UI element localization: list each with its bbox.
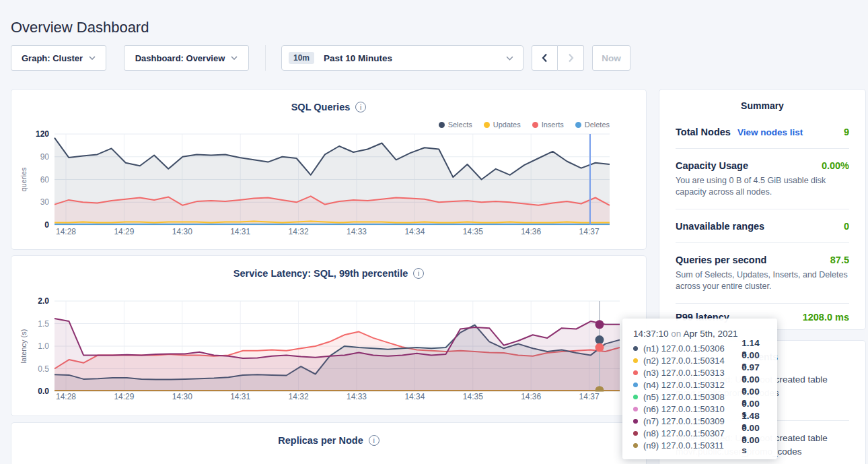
summary-row: Capacity Usage0.00%You are using 0 B of …	[676, 149, 849, 209]
chevron-down-icon	[506, 56, 513, 61]
svg-text:0.0: 0.0	[38, 387, 49, 396]
summary-row: Queries per second87.5Sum of Selects, Up…	[676, 243, 849, 304]
chart-tooltip: 14:37:10 on Apr 5th, 2021 (n1) 127.0.0.1…	[622, 319, 777, 459]
node-address: (n3) 127.0.0.1:50313	[643, 368, 742, 378]
svg-text:latency (s): latency (s)	[20, 329, 28, 364]
chevron-right-icon	[568, 53, 574, 63]
node-color-dot	[633, 443, 638, 448]
svg-text:14:35: 14:35	[463, 227, 483, 236]
summary-value: 9	[844, 127, 849, 137]
now-button[interactable]: Now	[592, 45, 630, 71]
svg-text:1.5: 1.5	[38, 319, 49, 329]
time-prev-button[interactable]	[532, 45, 558, 71]
toolbar-divider	[265, 45, 266, 71]
dashboard-dropdown-label: Dashboard: Overview	[135, 53, 225, 63]
summary-row-head: Unavailable ranges0	[676, 221, 849, 232]
chart-title-text: SQL Queries	[291, 102, 351, 112]
chart-title-text: Service Latency: SQL, 99th percentile	[233, 268, 408, 279]
tooltip-node-row: (n9) 127.0.0.1:503110.00 s	[633, 439, 766, 451]
summary-label: Capacity Usage	[676, 160, 748, 171]
svg-text:1.0: 1.0	[38, 341, 49, 351]
info-icon[interactable]: i	[355, 102, 366, 112]
node-latency-value: 0.00 s	[742, 435, 766, 455]
node-address: (n9) 127.0.0.1:50311	[643, 440, 742, 451]
svg-text:14:33: 14:33	[347, 392, 367, 401]
node-address: (n4) 127.0.0.1:50312	[643, 380, 742, 390]
svg-text:14:35: 14:35	[463, 392, 483, 401]
time-range-selector[interactable]: 10m Past 10 Minutes	[281, 45, 523, 71]
svg-text:14:34: 14:34	[404, 227, 425, 236]
page-title: Overview Dashboard	[11, 19, 149, 36]
svg-text:14:32: 14:32	[289, 392, 309, 401]
time-range-label: Past 10 Minutes	[324, 53, 392, 63]
svg-text:14:36: 14:36	[521, 392, 541, 401]
svg-text:60: 60	[40, 175, 50, 185]
sql-queries-chart-title: SQL Queries i	[11, 90, 646, 112]
node-address: (n6) 127.0.0.1:50310	[643, 404, 742, 414]
summary-label: Queries per second	[676, 255, 766, 265]
summary-label: Unavailable ranges	[676, 221, 764, 232]
summary-row: Total NodesView nodes list9	[676, 115, 849, 149]
time-range-badge: 10m	[289, 52, 314, 64]
summary-panel: Summary Total NodesView nodes list9Capac…	[659, 89, 866, 330]
node-address: (n5) 127.0.0.1:50308	[643, 392, 742, 402]
summary-value: 1208.0 ms	[803, 312, 849, 323]
node-address: (n8) 127.0.0.1:50307	[643, 428, 742, 438]
info-icon[interactable]: i	[413, 268, 424, 279]
node-address: (n7) 127.0.0.1:50309	[643, 416, 742, 426]
svg-text:0.5: 0.5	[38, 364, 49, 374]
service-latency-card: Service Latency: SQL, 99th percentile i …	[11, 255, 647, 416]
chart-title-text: Replicas per Node	[278, 435, 363, 446]
node-color-dot	[633, 431, 638, 436]
svg-text:14:29: 14:29	[114, 227, 134, 236]
svg-text:14:28: 14:28	[56, 227, 76, 236]
svg-text:14:29: 14:29	[114, 392, 134, 401]
svg-text:30: 30	[40, 197, 50, 207]
svg-text:14:34: 14:34	[404, 392, 425, 401]
summary-value: 0	[844, 221, 849, 232]
tooltip-timestamp: 14:37:10 on Apr 5th, 2021	[633, 329, 766, 339]
svg-text:14:36: 14:36	[521, 227, 541, 236]
summary-heading: Summary	[659, 90, 865, 111]
summary-description: Sum of Selects, Updates, Inserts, and De…	[676, 269, 849, 292]
svg-text:90: 90	[40, 152, 50, 162]
summary-row: Unavailable ranges0	[676, 209, 849, 243]
svg-text:14:37: 14:37	[579, 227, 600, 236]
node-color-dot	[633, 419, 638, 424]
service-latency-chart[interactable]: 14:2814:2914:3014:3114:3214:3314:3414:35…	[11, 294, 647, 412]
svg-text:14:30: 14:30	[172, 227, 192, 236]
svg-text:14:30: 14:30	[172, 392, 192, 401]
service-latency-chart-title: Service Latency: SQL, 99th percentile i	[11, 256, 646, 279]
svg-text:0: 0	[44, 220, 49, 230]
svg-text:14:33: 14:33	[347, 227, 367, 236]
info-icon[interactable]: i	[369, 435, 379, 446]
time-nav-buttons	[532, 45, 584, 71]
overview-dashboard-page: { "page": { "title": "Overview Dashboard…	[0, 0, 868, 464]
svg-text:14:31: 14:31	[230, 227, 250, 236]
chevron-left-icon	[542, 53, 548, 63]
sql-queries-chart[interactable]: 14:2814:2914:3014:3114:3214:3314:3414:35…	[11, 127, 647, 246]
graph-dropdown-label: Graph: Cluster	[22, 53, 83, 63]
svg-text:14:37: 14:37	[579, 392, 600, 401]
dashboard-dropdown[interactable]: Dashboard: Overview	[124, 45, 249, 71]
replicas-chart-title: Replicas per Node i	[11, 423, 646, 446]
svg-text:14:31: 14:31	[230, 392, 250, 401]
svg-text:2.0: 2.0	[38, 296, 49, 306]
sql-queries-card: SQL Queries i SelectsUpdatesInsertsDelet…	[11, 89, 647, 250]
svg-text:14:28: 14:28	[56, 392, 76, 401]
node-color-dot	[633, 383, 638, 387]
svg-text:120: 120	[36, 129, 49, 139]
node-color-dot	[633, 395, 638, 399]
time-next-button[interactable]	[558, 45, 584, 71]
graph-dropdown[interactable]: Graph: Cluster	[11, 45, 106, 71]
node-address: (n2) 127.0.0.1:50314	[643, 356, 742, 366]
node-color-dot	[633, 370, 638, 375]
node-color-dot	[633, 346, 638, 351]
node-address: (n1) 127.0.0.1:50306	[643, 343, 742, 354]
summary-value: 0.00%	[822, 160, 849, 171]
summary-description: You are using 0 B of 4.5 GiB usable disk…	[676, 175, 849, 198]
view-nodes-link[interactable]: View nodes list	[737, 127, 803, 137]
summary-row-head: Queries per second87.5	[676, 255, 849, 265]
summary-row-head: Total NodesView nodes list9	[676, 127, 849, 137]
chevron-down-icon	[89, 56, 96, 60]
